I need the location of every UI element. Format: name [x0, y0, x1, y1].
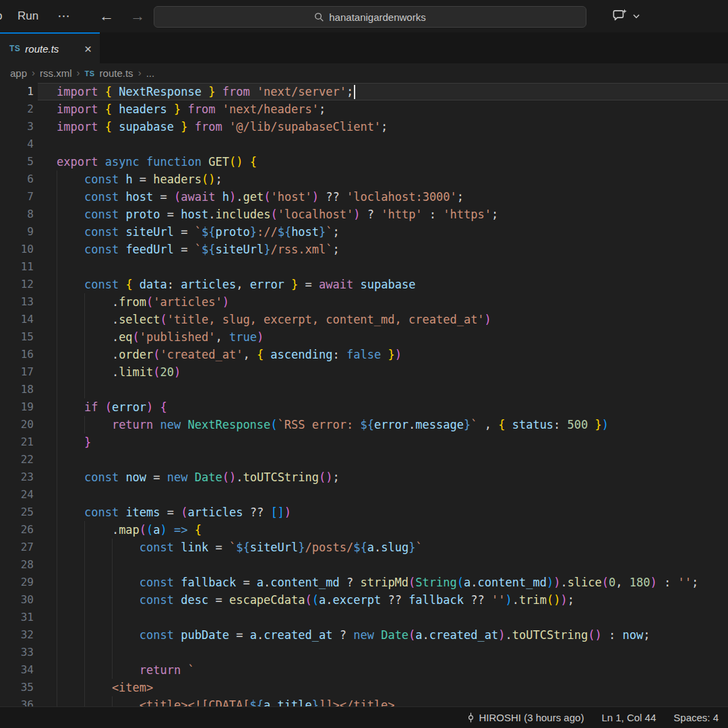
code-token: ) [498, 628, 505, 642]
breadcrumb-item-rss-xml[interactable]: rss.xml [40, 67, 72, 79]
indentation-status[interactable]: Spaces: 4 [673, 712, 719, 723]
code-line[interactable]: 9 const siteUrl = `${proto}://${host}`; [0, 223, 728, 241]
code-line[interactable]: 2import { headers } from 'next/headers'; [0, 100, 728, 118]
code-token: desc [181, 593, 208, 607]
code-line[interactable]: 36 <title><![CDATA[${a.title}]]></title> [0, 696, 728, 706]
code-line[interactable]: 27 const link = `${siteUrl}/posts/${a.sl… [0, 539, 728, 556]
breadcrumb-item-app[interactable]: app [10, 67, 27, 79]
tab-close-icon[interactable]: × [84, 42, 92, 55]
code-token: proto [125, 208, 160, 221]
code-line[interactable]: 3import { supabase } from '@/lib/supabas… [0, 118, 728, 135]
code-token: : [553, 418, 567, 431]
code-token: host [291, 225, 319, 239]
code-token: escapeCdata [229, 593, 305, 607]
code-token: . [57, 295, 119, 309]
forward-arrow-icon[interactable]: → [122, 1, 153, 32]
code-token: const [140, 541, 181, 554]
back-arrow-icon[interactable]: ← [91, 1, 122, 32]
code-token [57, 225, 84, 239]
code-token: const [140, 593, 181, 607]
code-token: <item> [57, 681, 153, 694]
command-center-search[interactable]: hanatanigardenworks [154, 6, 586, 28]
copilot-chat-icon[interactable] [611, 7, 628, 25]
code-line[interactable]: 21 } [0, 433, 728, 451]
code-token: () [588, 628, 601, 642]
code-token: } [250, 225, 257, 239]
code-token: } [284, 278, 298, 291]
git-blame-status[interactable]: HIROSHI (3 hours ago) [466, 712, 584, 723]
indent-guide [84, 381, 85, 398]
code-token: content_md [270, 576, 339, 589]
indent-guide [84, 521, 85, 539]
code-token: ( [408, 576, 415, 589]
code-line[interactable]: 4 [0, 135, 728, 153]
menu-overflow-button[interactable]: ⋯ [48, 0, 80, 32]
code-line[interactable]: 6 const h = headers(); [0, 171, 728, 188]
code-token: { [160, 400, 167, 414]
code-line[interactable]: 16 .order('created_at', { ascending: fal… [0, 346, 728, 363]
code-line[interactable]: 7 const host = (await h).get('host') ?? … [0, 188, 728, 206]
code-line[interactable]: 26 .map((a) => { [0, 521, 728, 539]
chevron-down-icon[interactable] [632, 12, 640, 20]
code-line[interactable]: 14 .select('title, slug, excerpt, conten… [0, 311, 728, 328]
code-line[interactable]: 1import { NextResponse } from 'next/serv… [0, 83, 728, 100]
code-token: ${ [236, 541, 249, 554]
code-line[interactable]: 31 [0, 609, 728, 626]
code-line[interactable]: 29 const fallback = a.content_md ? strip… [0, 574, 728, 591]
code-line[interactable]: 32 const pubDate = a.created_at ? new Da… [0, 626, 728, 644]
code-line[interactable]: 11 [0, 258, 728, 276]
menu-item-run[interactable]: Run [8, 0, 48, 32]
code-token: 500 [568, 418, 588, 431]
code-token: ) [312, 190, 319, 204]
code-token: 'host' [270, 190, 311, 204]
code-token: ${ [202, 243, 215, 256]
code-line[interactable]: 35 <item> [0, 679, 728, 696]
code-line[interactable]: 25 const items = (articles ?? []) [0, 504, 728, 521]
code-token: ( [140, 523, 146, 537]
code-line[interactable]: 20 return new NextResponse(`RSS error: $… [0, 416, 728, 433]
code-token: NextResponse [188, 418, 271, 431]
code-token [167, 523, 174, 537]
code-line[interactable]: 24 [0, 486, 728, 504]
code-token: export [57, 155, 105, 169]
code-line[interactable]: 5export async function GET() { [0, 153, 728, 171]
code-editor[interactable]: 1import { NextResponse } from 'next/serv… [0, 83, 728, 706]
code-line[interactable]: 22 [0, 451, 728, 468]
code-token: supabase [119, 120, 174, 133]
code-token: proto [215, 225, 249, 239]
breadcrumb-item-symbol[interactable]: ... [146, 67, 155, 79]
code-token: now [125, 471, 146, 484]
code-token: => [174, 523, 187, 537]
code-line[interactable]: 30 const desc = escapeCdata((a.excerpt ?… [0, 591, 728, 609]
code-token: } [319, 225, 326, 239]
menu-item-partial[interactable]: o [0, 0, 2, 32]
code-line[interactable]: 15 .eq('published', true) [0, 328, 728, 346]
code-line[interactable]: 23 const now = new Date().toUTCString(); [0, 468, 728, 486]
code-token: ]]></title> [319, 698, 395, 706]
indent-guide [112, 609, 113, 626]
code-token: fallback [181, 576, 236, 589]
indent-guide [84, 363, 85, 381]
code-token: a [319, 593, 326, 607]
line-number: 8 [0, 206, 34, 223]
code-token: . [512, 593, 519, 607]
code-token: , [477, 418, 498, 431]
code-line[interactable]: 10 const feedUrl = `${siteUrl}/rss.xml`; [0, 241, 728, 258]
breadcrumb-item-route-ts[interactable]: route.ts [100, 67, 133, 79]
code-line[interactable]: 13 .from('articles') [0, 293, 728, 311]
indent-guide [57, 591, 57, 609]
code-line[interactable]: 33 [0, 644, 728, 661]
code-line[interactable]: 18 [0, 381, 728, 398]
code-token: data [140, 278, 167, 291]
code-line[interactable]: 34 return ` [0, 661, 728, 679]
code-line[interactable]: 8 const proto = host.includes('localhost… [0, 206, 728, 223]
code-token: host [181, 208, 208, 221]
cursor-position-status[interactable]: Ln 1, Col 44 [601, 712, 656, 723]
code-line[interactable]: 17 .limit(20) [0, 363, 728, 381]
code-line[interactable]: 19 if (error) { [0, 398, 728, 416]
code-line[interactable]: 12 const { data: articles, error } = awa… [0, 276, 728, 293]
code-line[interactable]: 28 [0, 556, 728, 574]
code-token: { [105, 85, 119, 98]
tab-title: route.ts [25, 43, 59, 55]
tab-route-ts[interactable]: TS route.ts × [0, 32, 100, 63]
